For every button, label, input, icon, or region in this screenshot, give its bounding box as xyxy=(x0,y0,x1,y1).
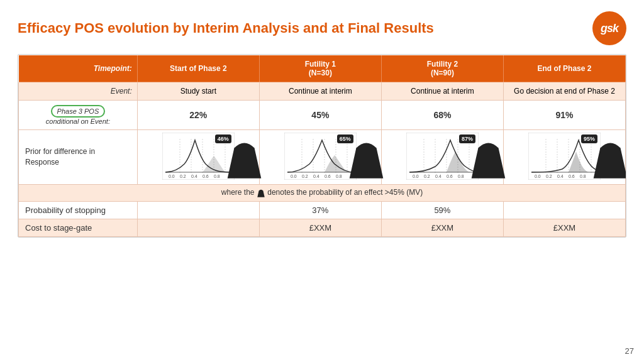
event-label: Event: xyxy=(19,82,138,101)
pos-label-sub: conditional on Event: xyxy=(46,118,110,125)
event-col1: Study start xyxy=(137,82,259,101)
prior-label: Prior for difference inResponse xyxy=(19,130,138,185)
footnote-weight-icon xyxy=(257,188,265,198)
event-col3: Continue at interim xyxy=(381,82,503,101)
header: Efficacy POS evolution by Interim Analys… xyxy=(18,11,626,45)
svg-text:0.4: 0.4 xyxy=(435,174,441,178)
gsk-logo: gsk xyxy=(592,11,626,45)
header-col4: End of Phase 2 xyxy=(503,55,625,82)
svg-text:0.0: 0.0 xyxy=(535,174,541,178)
footnote-row: where the where the denotes the probabil… xyxy=(19,185,626,202)
stopping-col1 xyxy=(137,202,259,219)
cost-label: Cost to stage-gate xyxy=(19,219,138,237)
logo-text: gsk xyxy=(601,22,618,35)
header-row: Timepoint: Start of Phase 2 Futility 1(N… xyxy=(19,55,626,82)
cost-row: Cost to stage-gate £XXM £XXM £XXM xyxy=(19,219,626,237)
pos-label: Phase 3 POS conditional on Event: xyxy=(19,101,138,130)
mini-chart-4: 0.0 0.2 0.4 0.6 0.8 95% xyxy=(528,133,601,180)
weight-icon-4 xyxy=(574,134,582,143)
event-col4: Go decision at end of Phase 2 xyxy=(503,82,625,101)
prior-row: Prior for difference inResponse xyxy=(19,130,626,185)
stopping-row: Probability of stopping 37% 59% xyxy=(19,202,626,219)
svg-text:0.4: 0.4 xyxy=(557,174,564,178)
pos-col2: 45% xyxy=(259,101,381,130)
pos-row: Phase 3 POS conditional on Event: 22% 45… xyxy=(19,101,626,130)
weight-icon-2 xyxy=(330,134,338,143)
svg-text:0.2: 0.2 xyxy=(424,174,430,178)
cost-col4: £XXM xyxy=(503,219,625,237)
event-row: Event: Study start Continue at interim C… xyxy=(19,82,626,101)
cost-col1 xyxy=(137,219,259,237)
weight-icon-1 xyxy=(208,134,216,143)
prior-chart-col1: 0.0 0.2 0.4 0.6 0.8 46% xyxy=(137,130,259,185)
phase3-label: Phase 3 POS xyxy=(51,105,106,118)
header-col3: Futility 2(N=90) xyxy=(381,55,503,82)
svg-text:0.4: 0.4 xyxy=(191,174,197,178)
pos-col1: 22% xyxy=(137,101,259,130)
main-table-wrap: Timepoint: Start of Phase 2 Futility 1(N… xyxy=(18,54,626,238)
svg-text:0.2: 0.2 xyxy=(302,174,308,178)
main-table: Timepoint: Start of Phase 2 Futility 1(N… xyxy=(18,55,626,237)
weight-icon-3 xyxy=(452,134,460,143)
page-title: Efficacy POS evolution by Interim Analys… xyxy=(18,20,434,36)
mini-chart-2: 0.0 0.2 0.4 0.6 0.8 65% xyxy=(284,133,357,180)
pos-col4: 91% xyxy=(503,101,625,130)
page-number: 27 xyxy=(625,346,634,356)
header-col2: Futility 1(N=30) xyxy=(259,55,381,82)
mini-chart-3: 0.0 0.2 0.4 0.6 0.8 87% xyxy=(406,133,479,180)
event-col2: Continue at interim xyxy=(259,82,381,101)
svg-text:0.0: 0.0 xyxy=(413,174,419,178)
stopping-label: Probability of stopping xyxy=(19,202,138,219)
cost-col2: £XXM xyxy=(259,219,381,237)
svg-text:0.0: 0.0 xyxy=(169,174,175,178)
cost-col3: £XXM xyxy=(381,219,503,237)
svg-text:0.2: 0.2 xyxy=(546,174,552,178)
header-col1: Start of Phase 2 xyxy=(137,55,259,82)
svg-text:0.2: 0.2 xyxy=(180,174,186,178)
svg-text:0.4: 0.4 xyxy=(313,174,319,178)
stopping-col2: 37% xyxy=(259,202,381,219)
page: Efficacy POS evolution by Interim Analys… xyxy=(0,0,644,362)
svg-text:0.0: 0.0 xyxy=(291,174,297,178)
stopping-col4 xyxy=(503,202,625,219)
stopping-col3: 59% xyxy=(381,202,503,219)
pos-col3: 68% xyxy=(381,101,503,130)
footnote-cell: where the where the denotes the probabil… xyxy=(19,185,626,202)
mini-chart-1: 0.0 0.2 0.4 0.6 0.8 46% xyxy=(162,133,235,180)
header-timepoint: Timepoint: xyxy=(19,55,138,82)
